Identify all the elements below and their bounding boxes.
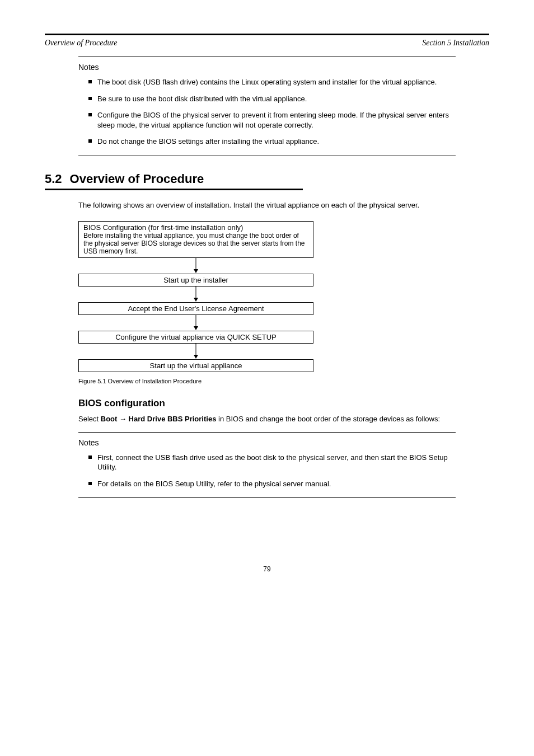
flow-step-title: Configure the virtual appliance via QUIC… [115, 333, 277, 341]
right-arrow-icon: → [119, 415, 129, 423]
header-right: Section 5 Installation [422, 39, 489, 48]
flow-step-desc: Before installing the virtual appliance,… [83, 232, 308, 256]
svg-marker-5 [194, 326, 198, 330]
bios-subheading: BIOS configuration [78, 398, 489, 409]
flow-step-4: Configure the virtual appliance via QUIC… [78, 331, 313, 344]
svg-marker-1 [194, 269, 198, 273]
flow-step-title: BIOS Configuration (for first-time insta… [83, 223, 308, 232]
figure-caption: Figure 5.1 Overview of Installation Proc… [78, 378, 489, 384]
flow-step-3: Accept the End User's License Agreement [78, 302, 313, 315]
notes-block-bios: Notes First, connect the USB flash drive… [78, 432, 456, 499]
top-rule [45, 34, 489, 35]
flow-step-title: Accept the End User's License Agreement [128, 304, 264, 313]
flow-step-5: Start up the virtual appliance [78, 359, 313, 372]
notes-list: First, connect the USB flash drive used … [78, 453, 456, 489]
svg-marker-7 [194, 355, 198, 359]
bios-instruction: Select Boot → Hard Drive BBS Priorities … [78, 415, 450, 423]
flowchart: BIOS Configuration (for first-time insta… [78, 221, 313, 372]
bios-path-boot: Boot [101, 415, 118, 423]
note-item: For details on the BIOS Setup Utility, r… [88, 479, 456, 489]
note-item: Configure the BIOS of the physical serve… [88, 110, 456, 130]
note-item: Be sure to use the boot disk distributed… [88, 94, 456, 104]
instr-prefix: Select [78, 415, 101, 423]
header-left: Overview of Procedure [45, 39, 118, 48]
flow-arrow-icon [78, 344, 313, 359]
bios-path-priorities: Hard Drive BBS Priorities [129, 415, 217, 423]
notes-title: Notes [78, 63, 456, 72]
running-header: Overview of Procedure Section 5 Installa… [45, 39, 489, 48]
notes-block-top: Notes The boot disk (USB flash drive) co… [78, 57, 456, 156]
flow-arrow-icon [78, 315, 313, 331]
instr-suffix: in BIOS and change the boot order of the… [218, 415, 440, 423]
flow-step-2: Start up the installer [78, 274, 313, 287]
flow-arrow-icon [78, 258, 313, 274]
notes-title: Notes [78, 438, 456, 447]
page-number: 79 [45, 565, 489, 573]
section-number: 5.2 [45, 172, 62, 186]
notes-list: The boot disk (USB flash drive) contains… [78, 77, 456, 147]
flow-step-title: Start up the installer [163, 276, 228, 284]
svg-marker-3 [194, 298, 198, 302]
flow-step-title: Start up the virtual appliance [150, 361, 242, 370]
note-item: Do not change the BIOS settings after in… [88, 137, 456, 147]
section-title: Overview of Procedure [70, 172, 204, 186]
flow-arrow-icon [78, 287, 313, 302]
overview-paragraph: The following shows an overview of insta… [78, 200, 450, 211]
note-item: The boot disk (USB flash drive) contains… [88, 77, 456, 87]
flow-step-1: BIOS Configuration (for first-time insta… [78, 221, 313, 258]
note-item: First, connect the USB flash drive used … [88, 453, 456, 472]
section-heading: 5.2 Overview of Procedure [45, 172, 303, 190]
